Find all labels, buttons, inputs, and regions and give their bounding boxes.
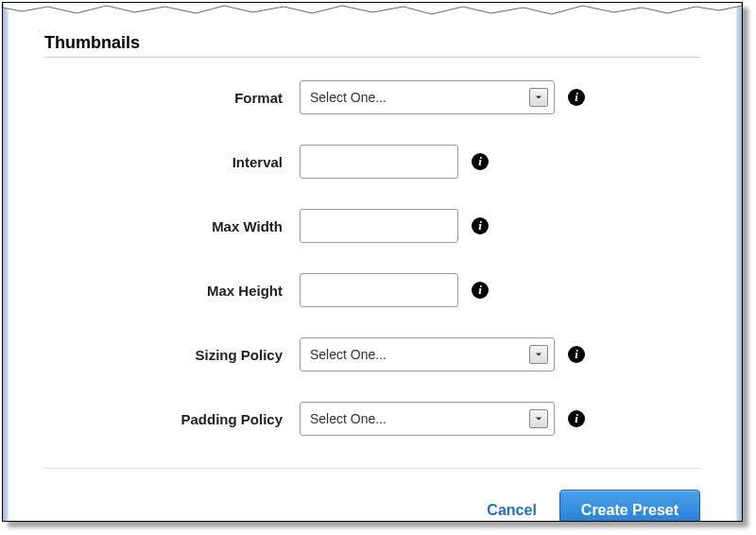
- control-max-width: i: [300, 209, 489, 243]
- label-format: Format: [44, 90, 300, 106]
- form-panel: Thumbnails Format Select One... i Interv…: [18, 9, 727, 511]
- max-height-input[interactable]: [300, 273, 458, 307]
- control-padding-policy: Select One... i: [300, 402, 585, 436]
- label-interval: Interval: [44, 154, 300, 170]
- chevron-down-icon: [529, 88, 548, 107]
- row-format: Format Select One... i: [44, 80, 700, 114]
- row-max-width: Max Width i: [44, 209, 700, 243]
- section-title: Thumbnails: [44, 33, 700, 58]
- chevron-down-icon: [529, 409, 548, 428]
- padding-policy-select-value: Select One...: [310, 411, 387, 426]
- info-icon[interactable]: i: [472, 282, 489, 299]
- info-icon[interactable]: i: [568, 346, 585, 363]
- info-icon[interactable]: i: [472, 153, 489, 170]
- max-width-input[interactable]: [300, 209, 458, 243]
- action-row: Cancel Create Preset: [44, 468, 700, 522]
- chevron-down-icon: [529, 345, 548, 364]
- form-rows: Format Select One... i Interval i: [44, 80, 700, 436]
- scrollbar-right-edge: [736, 3, 742, 521]
- row-padding-policy: Padding Policy Select One... i: [44, 402, 700, 436]
- control-max-height: i: [300, 273, 489, 307]
- row-interval: Interval i: [44, 145, 700, 179]
- scrollbar-left-edge: [3, 3, 9, 521]
- info-icon[interactable]: i: [568, 410, 585, 427]
- label-sizing-policy: Sizing Policy: [44, 347, 300, 363]
- torn-edge-decoration: [3, 2, 742, 19]
- row-sizing-policy: Sizing Policy Select One... i: [44, 337, 700, 371]
- label-max-height: Max Height: [44, 283, 300, 299]
- info-icon[interactable]: i: [568, 89, 585, 106]
- sizing-policy-select-value: Select One...: [310, 347, 387, 362]
- cancel-button[interactable]: Cancel: [487, 502, 536, 519]
- dialog-container: Thumbnails Format Select One... i Interv…: [2, 2, 743, 522]
- label-padding-policy: Padding Policy: [44, 411, 300, 427]
- label-max-width: Max Width: [44, 218, 300, 234]
- control-interval: i: [300, 145, 489, 179]
- padding-policy-select[interactable]: Select One...: [300, 402, 555, 436]
- info-icon[interactable]: i: [472, 217, 489, 234]
- sizing-policy-select[interactable]: Select One...: [300, 337, 555, 371]
- row-max-height: Max Height i: [44, 273, 700, 307]
- create-preset-button[interactable]: Create Preset: [559, 490, 700, 522]
- interval-input[interactable]: [300, 145, 458, 179]
- format-select-value: Select One...: [310, 90, 387, 105]
- control-sizing-policy: Select One... i: [300, 337, 585, 371]
- format-select[interactable]: Select One...: [300, 80, 555, 114]
- control-format: Select One... i: [300, 80, 585, 114]
